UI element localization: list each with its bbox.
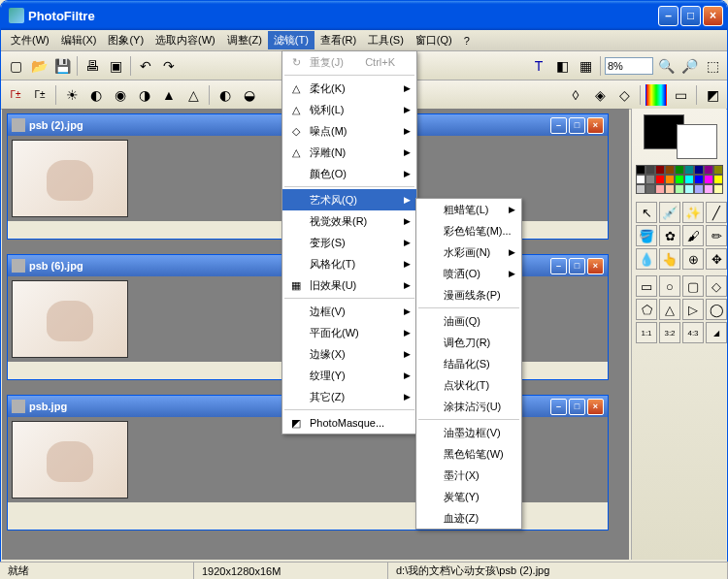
menu-item[interactable]: 滤镜(T) xyxy=(268,31,314,49)
triangle-shape[interactable]: △ xyxy=(659,299,680,320)
line-tool[interactable]: ╱ xyxy=(706,202,727,223)
menu-item[interactable]: △浮雕(N)▶ xyxy=(282,142,416,163)
grayscale-icon[interactable]: ◐ xyxy=(215,84,236,106)
doc-close-button[interactable]: × xyxy=(587,399,604,415)
menu-item[interactable]: 其它(Z)▶ xyxy=(282,386,416,407)
window-maximize-button[interactable]: □ xyxy=(680,6,701,26)
palette-color[interactable] xyxy=(675,175,684,184)
zoom-fit-icon[interactable]: ⬚ xyxy=(702,55,723,77)
smudge-tool[interactable]: 👆 xyxy=(659,248,680,270)
menu-item[interactable]: 编辑(X) xyxy=(55,31,103,49)
poly-shape[interactable]: ⬠ xyxy=(636,299,657,320)
fill-tool[interactable]: 🪣 xyxy=(636,225,657,246)
doc-close-button[interactable]: × xyxy=(587,117,604,134)
palette-color[interactable] xyxy=(636,165,645,175)
palette-color[interactable] xyxy=(645,184,655,194)
palette-color[interactable] xyxy=(665,165,675,175)
ratio-11[interactable]: 1:1 xyxy=(636,322,657,343)
color-preview[interactable] xyxy=(636,113,723,161)
menu-item[interactable]: 文件(W) xyxy=(5,31,55,49)
print-icon[interactable]: 🖶 xyxy=(82,55,103,77)
pen-tool[interactable]: ✏ xyxy=(706,225,727,246)
palette-color[interactable] xyxy=(665,184,675,194)
rect-shape[interactable]: ▭ xyxy=(636,275,657,297)
layers-icon[interactable]: ◧ xyxy=(551,55,573,77)
submenu-item[interactable]: 油画(Q) xyxy=(416,310,521,332)
doc-maximize-button[interactable]: □ xyxy=(569,117,585,134)
palette-color[interactable] xyxy=(694,184,704,194)
palette-color[interactable] xyxy=(694,175,704,184)
submenu-item[interactable]: 调色刀(R) xyxy=(416,332,521,353)
menu-item[interactable]: 视觉效果(R)▶ xyxy=(282,210,416,232)
color-picker-icon[interactable]: ▭ xyxy=(670,84,691,106)
menu-item[interactable]: 工具(S) xyxy=(362,31,410,49)
submenu-item[interactable]: 血迹(Z) xyxy=(416,507,521,529)
menu-item[interactable]: 平面化(W)▶ xyxy=(282,322,416,343)
submenu-item[interactable]: 墨汁(X) xyxy=(416,465,521,486)
gradient-icon[interactable] xyxy=(645,84,667,106)
levels-icon[interactable]: △ xyxy=(182,84,204,106)
menu-item[interactable]: 颜色(O)▶ xyxy=(282,163,416,184)
gamma-minus-icon[interactable]: Γ± xyxy=(5,84,26,106)
menu-item[interactable]: 查看(R) xyxy=(314,31,362,49)
palette-color[interactable] xyxy=(655,175,665,184)
histogram-icon[interactable]: ▲ xyxy=(158,84,180,106)
wand-tool[interactable]: ✨ xyxy=(682,202,704,223)
menu-item[interactable]: 边缘(X)▶ xyxy=(282,343,416,365)
color-palette[interactable] xyxy=(636,165,722,194)
menu-item[interactable]: ◇噪点(M)▶ xyxy=(282,120,416,142)
clone-tool[interactable]: ⊕ xyxy=(682,248,704,270)
mask-icon[interactable]: ◩ xyxy=(702,84,723,106)
gamma-plus-icon[interactable]: Γ± xyxy=(29,84,50,106)
palette-color[interactable] xyxy=(713,165,723,175)
pointer-tool[interactable]: ↖ xyxy=(636,202,657,223)
palette-color[interactable] xyxy=(665,175,675,184)
zoom-input[interactable] xyxy=(605,57,653,75)
background-color[interactable] xyxy=(677,124,717,159)
submenu-item[interactable]: 水彩画(N)▶ xyxy=(416,241,521,263)
filter-menu-dropdown[interactable]: ↻重复(J)Ctrl+K△柔化(K)▶△锐利(L)▶◇噪点(M)▶△浮雕(N)▶… xyxy=(281,50,417,434)
ellipse-shape[interactable]: ○ xyxy=(659,275,680,297)
roundrect-shape[interactable]: ▢ xyxy=(682,275,704,297)
submenu-item[interactable]: 粗蜡笔(L)▶ xyxy=(416,199,521,220)
contrast-icon[interactable]: ◐ xyxy=(85,84,107,106)
palette-color[interactable] xyxy=(645,175,655,184)
move-tool[interactable]: ✥ xyxy=(706,248,727,270)
diamond-shape[interactable]: ◇ xyxy=(706,275,727,297)
menu-item[interactable]: △锐利(L)▶ xyxy=(282,99,416,120)
save-icon[interactable]: 💾 xyxy=(51,55,73,77)
palette-color[interactable] xyxy=(636,184,645,194)
image-thumbnail[interactable] xyxy=(12,140,128,217)
redo-icon[interactable]: ↷ xyxy=(158,55,180,77)
doc-maximize-button[interactable]: □ xyxy=(569,258,585,274)
brightness-icon[interactable]: ☀ xyxy=(61,84,83,106)
submenu-item[interactable]: 黑色铅笔(W) xyxy=(416,443,521,465)
ratio-32[interactable]: 3:2 xyxy=(659,322,680,343)
triangle2-shape[interactable]: ▷ xyxy=(682,299,704,320)
submenu-item[interactable]: 彩色铅笔(M)... xyxy=(416,220,521,241)
menu-item[interactable]: 风格化(T)▶ xyxy=(282,253,416,274)
saturation-icon[interactable]: ◉ xyxy=(110,84,131,106)
menu-item[interactable]: 艺术风(Q)▶ xyxy=(282,189,416,210)
palette-color[interactable] xyxy=(684,175,694,184)
doc-minimize-button[interactable]: – xyxy=(550,258,567,274)
blur-icon[interactable]: ◊ xyxy=(565,84,586,106)
art-submenu-dropdown[interactable]: 粗蜡笔(L)▶彩色铅笔(M)...水彩画(N)▶喷洒(O)▶漫画线条(P)油画(… xyxy=(415,198,522,530)
palette-color[interactable] xyxy=(713,184,723,194)
window-close-button[interactable]: × xyxy=(703,6,723,26)
menu-item[interactable]: 边框(V)▶ xyxy=(282,301,416,322)
submenu-item[interactable]: 炭笔(Y) xyxy=(416,486,521,507)
palette-color[interactable] xyxy=(645,165,655,175)
submenu-item[interactable]: 漫画线条(P) xyxy=(416,284,521,306)
menu-item[interactable]: △柔化(K)▶ xyxy=(282,78,416,99)
palette-color[interactable] xyxy=(636,175,645,184)
spray-tool[interactable]: ✿ xyxy=(659,225,680,246)
filter3-icon[interactable]: ◇ xyxy=(613,84,635,106)
sepia-icon[interactable]: ◒ xyxy=(239,84,260,106)
blur-tool[interactable]: 💧 xyxy=(636,248,657,270)
doc-maximize-button[interactable]: □ xyxy=(569,399,585,415)
sharpen-icon[interactable]: ◈ xyxy=(589,84,611,106)
zoom-in-icon[interactable]: 🔍 xyxy=(655,55,677,77)
palette-color[interactable] xyxy=(655,165,665,175)
submenu-item[interactable]: 涂抹沾污(U) xyxy=(416,396,521,417)
